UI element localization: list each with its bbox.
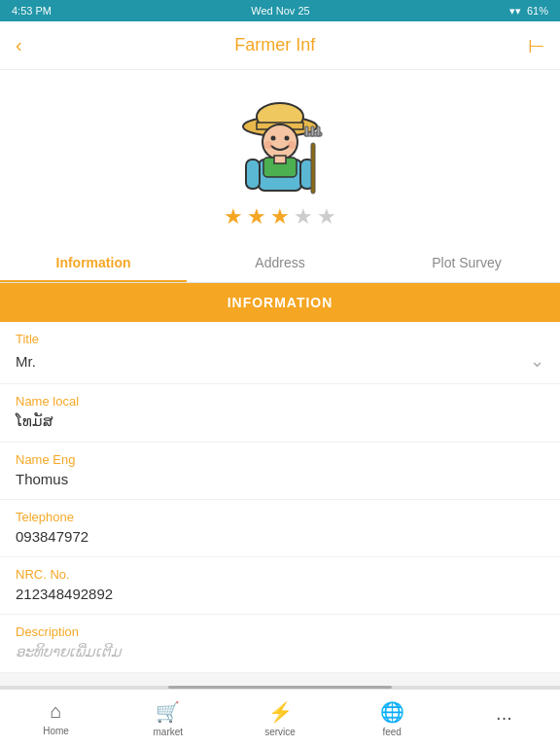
status-right: ▾▾ 61% <box>509 5 548 18</box>
label-name-local: Name local <box>16 394 544 409</box>
value-name-local[interactable]: ໂທມັສ <box>16 412 544 430</box>
field-telephone: Telephone 093847972 <box>0 500 560 557</box>
wifi-icon: ▾▾ <box>509 5 521 18</box>
value-telephone[interactable]: 093847972 <box>16 528 544 545</box>
star-2[interactable]: ★ <box>247 204 266 230</box>
nav-service-label: service <box>264 727 296 737</box>
svg-point-6 <box>264 141 272 149</box>
label-description: Description <box>16 624 544 639</box>
svg-rect-17 <box>317 126 320 136</box>
nav-home-label: Home <box>43 726 69 736</box>
svg-rect-10 <box>274 156 286 163</box>
nav-service[interactable]: ⚡ service <box>224 690 335 747</box>
home-icon: ⌂ <box>51 700 62 723</box>
svg-point-5 <box>285 136 290 141</box>
status-date: Wed Nov 25 <box>251 5 309 17</box>
tabs: Information Address Plot Survey <box>0 243 560 283</box>
tab-information[interactable]: Information <box>0 243 187 282</box>
star-4[interactable]: ★ <box>294 204 313 230</box>
section-header: INFORMATION <box>0 283 560 322</box>
battery-level: 61% <box>527 5 548 17</box>
field-name-eng: Name Eng Thomus <box>0 443 560 500</box>
svg-rect-16 <box>311 126 314 136</box>
nav-feed[interactable]: 🌐 feed <box>336 690 448 747</box>
rating-stars[interactable]: ★ ★ ★ ★ ★ <box>224 204 336 230</box>
svg-point-7 <box>288 141 296 149</box>
value-nrc-no[interactable]: 212348492892 <box>16 586 544 602</box>
placeholder-description[interactable]: ອະທິບາຍເພີ່ມເຕີມ <box>16 643 544 660</box>
feed-icon: 🌐 <box>380 700 404 724</box>
tab-plot-survey[interactable]: Plot Survey <box>373 243 560 282</box>
label-title: Title <box>16 332 544 346</box>
star-5[interactable]: ★ <box>317 204 336 230</box>
farmer-avatar <box>227 89 333 196</box>
field-name-local: Name local ໂທມັສ <box>0 384 560 443</box>
label-telephone: Telephone <box>16 510 544 524</box>
tab-address[interactable]: Address <box>187 243 373 282</box>
field-nrc-no: NRC. No. 212348492892 <box>0 557 560 615</box>
value-title: Mr. <box>16 353 36 370</box>
bottom-nav: ⌂ Home 🛒 market ⚡ service 🌐 feed ··· <box>0 689 560 747</box>
back-button[interactable]: ‹ <box>16 34 22 56</box>
status-time: 4:53 PM <box>12 5 52 17</box>
svg-rect-15 <box>305 126 308 136</box>
svg-rect-11 <box>246 160 260 189</box>
nav-more[interactable]: ··· <box>448 690 560 747</box>
select-title[interactable]: Mr. ⌄ <box>16 350 544 372</box>
nav-feed-label: feed <box>382 727 401 737</box>
service-icon: ⚡ <box>268 700 293 724</box>
nav-market-label: market <box>154 727 184 737</box>
chevron-down-icon: ⌄ <box>530 350 544 372</box>
label-name-eng: Name Eng <box>16 452 544 467</box>
nav-home[interactable]: ⌂ Home <box>0 690 112 747</box>
more-icon: ··· <box>496 706 512 729</box>
value-name-eng[interactable]: Thomus <box>16 471 544 487</box>
svg-rect-13 <box>311 143 315 194</box>
nav-market[interactable]: 🛒 market <box>112 690 224 747</box>
star-1[interactable]: ★ <box>224 204 243 230</box>
field-title: Title Mr. ⌄ <box>0 322 560 384</box>
star-3[interactable]: ★ <box>270 204 290 230</box>
avatar-area: ★ ★ ★ ★ ★ <box>0 70 560 243</box>
page-title: Farmer Inf <box>22 35 528 55</box>
header: ‹ Farmer Inf ⊢ <box>0 21 560 70</box>
content-area: INFORMATION Title Mr. ⌄ Name local ໂທມັສ… <box>0 283 560 686</box>
market-icon: 🛒 <box>156 700 180 724</box>
status-bar: 4:53 PM Wed Nov 25 ▾▾ 61% <box>0 0 560 21</box>
label-nrc-no: NRC. No. <box>16 567 544 582</box>
svg-point-4 <box>271 136 276 141</box>
bookmark-button[interactable]: ⊢ <box>528 34 544 57</box>
field-description: Description ອະທິບາຍເພີ່ມເຕີມ <box>0 615 560 673</box>
